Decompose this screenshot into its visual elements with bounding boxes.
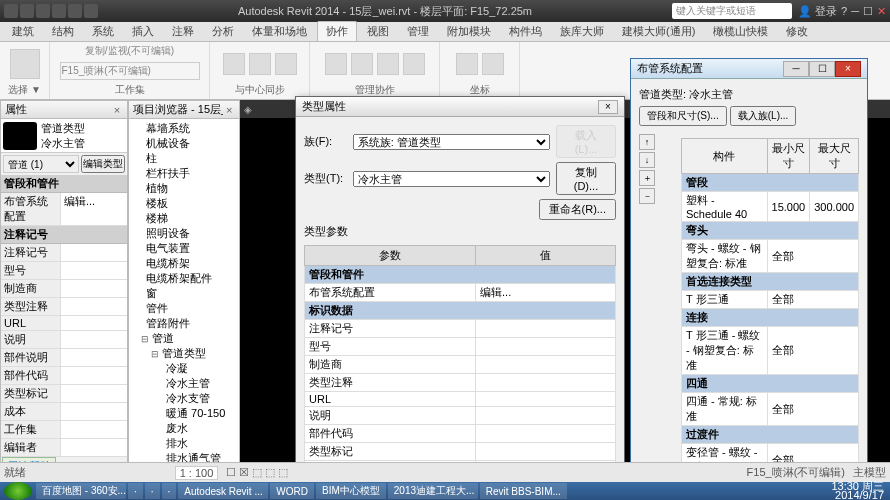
tree-node[interactable]: 植物 (141, 181, 237, 196)
reload-icon[interactable] (249, 53, 271, 75)
dialog-close-icon[interactable]: × (598, 100, 618, 114)
tree-node[interactable]: 电气装置 (141, 241, 237, 256)
type-dropdown[interactable]: 冷水主管 (353, 171, 550, 187)
edit-type-button[interactable]: 编辑类型 (81, 155, 125, 173)
taskbar-item[interactable]: · (128, 483, 143, 499)
workset-status[interactable]: F15_喷淋(不可编辑) (747, 465, 845, 480)
table-row[interactable]: 首选连接类型 (682, 273, 859, 291)
login-link[interactable]: 👤 登录 (798, 4, 837, 19)
segments-sizes-button[interactable]: 管段和尺寸(S)... (639, 106, 727, 126)
qat-undo-icon[interactable] (52, 4, 66, 18)
table-row[interactable]: 部件代码 (305, 425, 616, 443)
ribbon-tab[interactable]: 插入 (124, 22, 162, 41)
start-button[interactable] (4, 482, 32, 500)
duplicate-button[interactable]: 复制(D)... (556, 162, 616, 195)
property-row[interactable]: 注释记号 (1, 244, 127, 262)
table-row[interactable]: 弯头 (682, 222, 859, 240)
property-row[interactable]: 型号 (1, 262, 127, 280)
tree-node[interactable]: 幕墙系统 (141, 121, 237, 136)
table-row[interactable]: 管段和管件 (305, 266, 616, 284)
family-dropdown[interactable]: 系统族: 管道类型 (353, 134, 550, 150)
property-row[interactable]: URL (1, 316, 127, 331)
property-row[interactable]: 工作集 (1, 421, 127, 439)
zoom-scale[interactable]: 1 : 100 (175, 466, 219, 480)
tree-node[interactable]: 暖通 70-150 (161, 406, 237, 421)
table-row[interactable]: 过渡件 (682, 426, 859, 444)
qat-open-icon[interactable] (20, 4, 34, 18)
tree-node[interactable]: 管道类型冷凝冷水主管冷水支管暖通 70-150废水排水排水通气管消防 65以下消… (151, 346, 237, 477)
tree-node[interactable]: 柱 (141, 151, 237, 166)
collab-icon[interactable] (377, 53, 399, 75)
table-row[interactable]: 弯头 - 螺纹 - 钢塑复合: 标准全部 (682, 240, 859, 273)
load-family-button[interactable]: 载入族(L)... (730, 106, 797, 126)
table-row[interactable]: T 形三通 - 螺纹 - 钢塑复合: 标准全部 (682, 327, 859, 375)
table-row[interactable]: 型号 (305, 338, 616, 356)
coord-icon[interactable] (482, 53, 504, 75)
tree-node[interactable]: 机械设备 (141, 136, 237, 151)
collab-icon[interactable] (325, 53, 347, 75)
ribbon-tab[interactable]: 构件坞 (501, 22, 550, 41)
ribbon-tab[interactable]: 注释 (164, 22, 202, 41)
model-dropdown[interactable]: 主模型 (853, 465, 886, 480)
ribbon-tab[interactable]: 体量和场地 (244, 22, 315, 41)
table-row[interactable]: 类型标记 (305, 443, 616, 461)
collab-icon[interactable] (351, 53, 373, 75)
ribbon-tab[interactable]: 建筑 (4, 22, 42, 41)
taskbar-item[interactable]: Revit BBS-BIM... (480, 483, 567, 499)
table-row[interactable]: 四通 (682, 375, 859, 393)
rename-button[interactable]: 重命名(R)... (539, 199, 616, 220)
active-workset-dropdown[interactable]: F15_喷淋(不可编辑) (60, 62, 200, 80)
taskbar-item[interactable]: · (162, 483, 177, 499)
coord-icon[interactable] (456, 53, 478, 75)
tree-node[interactable]: 栏杆扶手 (141, 166, 237, 181)
instance-filter-dropdown[interactable]: 管道 (1) (3, 155, 79, 173)
ribbon-tab[interactable]: 分析 (204, 22, 242, 41)
qat-print-icon[interactable] (84, 4, 98, 18)
remove-row-icon[interactable]: － (639, 188, 655, 204)
tree-node[interactable]: 废水 (161, 421, 237, 436)
table-row[interactable]: 标识数据 (305, 302, 616, 320)
add-row-icon[interactable]: ＋ (639, 170, 655, 186)
table-row[interactable]: 布管系统配置编辑... (305, 284, 616, 302)
project-tree[interactable]: 幕墙系统机械设备柱栏杆扶手植物楼板楼梯照明设备电气装置电缆桥架电缆桥架配件窗管件… (129, 119, 239, 477)
table-row[interactable]: 制造商 (305, 356, 616, 374)
table-row[interactable]: T 形三通全部 (682, 291, 859, 309)
property-row[interactable]: 布管系统配置编辑... (1, 193, 127, 226)
qat-save-icon[interactable] (36, 4, 50, 18)
collab-icon[interactable] (403, 53, 425, 75)
table-row[interactable]: 管段 (682, 174, 859, 192)
tree-node[interactable]: 冷水主管 (161, 376, 237, 391)
ribbon-tab[interactable]: 系统 (84, 22, 122, 41)
tree-node[interactable]: 窗 (141, 286, 237, 301)
ribbon-tab[interactable]: 协作 (317, 21, 357, 41)
taskbar-item[interactable]: WORD (270, 483, 314, 499)
ribbon-tab[interactable]: 修改 (778, 22, 816, 41)
app-menu-icon[interactable] (4, 4, 18, 18)
taskbar-item[interactable]: 百度地图 - 360安... (36, 483, 126, 499)
tree-node[interactable]: 管道管道类型冷凝冷水主管冷水支管暖通 70-150废水排水排水通气管消防 65以… (141, 331, 237, 477)
ribbon-tab[interactable]: 附加模块 (439, 22, 499, 41)
ribbon-tab[interactable]: 橄榄山快模 (705, 22, 776, 41)
tree-node[interactable]: 楼梯 (141, 211, 237, 226)
table-row[interactable]: 注释记号 (305, 320, 616, 338)
table-row[interactable]: 连接 (682, 309, 859, 327)
ribbon-tab[interactable]: 视图 (359, 22, 397, 41)
ribbon-tab[interactable]: 建模大师(通用) (614, 22, 703, 41)
view-icons[interactable]: ☐ ☒ ⬚ ⬚ ⬚ (226, 466, 288, 479)
property-row[interactable]: 部件代码 (1, 367, 127, 385)
tree-node[interactable]: 管路附件 (141, 316, 237, 331)
ribbon-tab[interactable]: 管理 (399, 22, 437, 41)
dialog-maximize-icon[interactable]: ☐ (809, 61, 835, 77)
property-row[interactable]: 制造商 (1, 280, 127, 298)
window-maximize-icon[interactable]: ☐ (863, 5, 873, 18)
property-row[interactable]: 成本 (1, 403, 127, 421)
relinquish-icon[interactable] (275, 53, 297, 75)
taskbar-item[interactable]: BIM中心模型 (316, 483, 386, 499)
table-row[interactable]: 四通 - 常规: 标准全部 (682, 393, 859, 426)
move-down-icon[interactable]: ↓ (639, 152, 655, 168)
ribbon-tab[interactable]: 族库大师 (552, 22, 612, 41)
tree-node[interactable]: 照明设备 (141, 226, 237, 241)
property-row[interactable]: 类型标记 (1, 385, 127, 403)
property-row[interactable]: 类型注释 (1, 298, 127, 316)
tree-node[interactable]: 冷凝 (161, 361, 237, 376)
